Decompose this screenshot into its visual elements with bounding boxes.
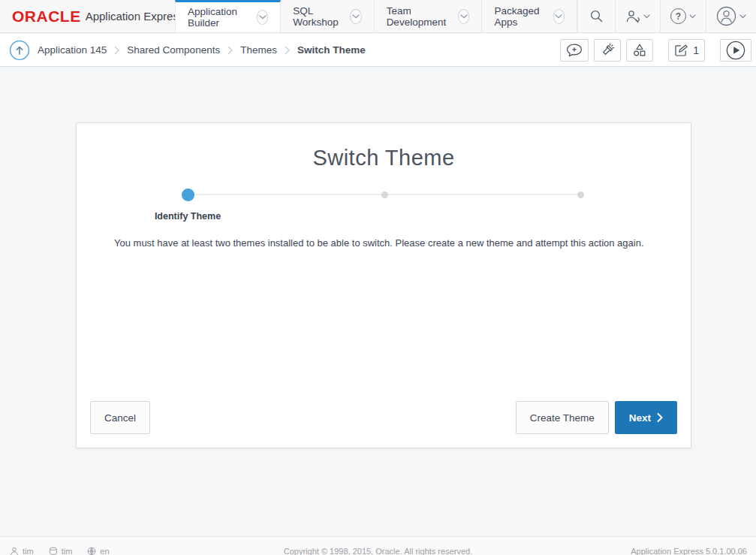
breadcrumb-separator-icon xyxy=(114,46,119,55)
administration-user-wrench-icon xyxy=(625,10,640,23)
edit-page-button[interactable]: 1 xyxy=(668,39,705,62)
run-application-button[interactable] xyxy=(720,39,751,62)
breadcrumb: Application 145 Shared Components Themes… xyxy=(38,44,366,56)
footer-language-code: en xyxy=(100,547,109,555)
edit-pencil-icon xyxy=(674,44,688,57)
shapes-icon xyxy=(632,43,647,57)
wizard-current-step-label: Identify Theme xyxy=(113,211,263,222)
apex-application: ORACLE Application Express Application B… xyxy=(0,0,756,555)
administration-menu-button[interactable] xyxy=(615,0,660,32)
cancel-button[interactable]: Cancel xyxy=(90,401,150,434)
main-tabs: Application Builder SQL Workshop Team De… xyxy=(175,0,577,32)
feedback-button[interactable] xyxy=(560,39,589,62)
footer-workspace: tim xyxy=(49,547,73,555)
wizard-message: You must have at least two themes instal… xyxy=(114,237,661,249)
breadcrumb-shared-components[interactable]: Shared Components xyxy=(127,44,220,56)
breadcrumb-bar: Application 145 Shared Components Themes… xyxy=(0,34,756,67)
account-icon xyxy=(716,6,736,26)
switch-theme-wizard-card: Switch Theme Identify Theme You must hav… xyxy=(76,122,691,448)
chevron-down-icon xyxy=(739,14,746,19)
help-glyph: ? xyxy=(676,11,681,22)
tab-label: SQL Workshop xyxy=(293,5,343,28)
comment-plus-icon xyxy=(566,44,583,57)
tab-label: Packaged Apps xyxy=(494,5,546,28)
up-level-button[interactable] xyxy=(9,40,30,61)
chevron-down-icon xyxy=(643,14,650,19)
footer-language: en xyxy=(87,547,109,555)
footer-user-name: tim xyxy=(23,547,34,555)
search-icon xyxy=(589,9,604,23)
database-icon xyxy=(49,547,58,555)
tab-application-builder[interactable]: Application Builder xyxy=(175,0,281,32)
tab-sql-workshop[interactable]: SQL Workshop xyxy=(281,0,374,32)
create-theme-button[interactable]: Create Theme xyxy=(516,401,609,434)
page-title: Switch Theme xyxy=(77,146,691,170)
product-name: Application Express xyxy=(86,10,185,23)
wizard-step-1-current-dot xyxy=(182,189,194,201)
tab-packaged-apps[interactable]: Packaged Apps xyxy=(482,0,577,32)
help-menu-button[interactable]: ? xyxy=(660,0,706,32)
chevron-down-icon xyxy=(350,9,361,24)
page-toolbar: 1 xyxy=(555,39,751,62)
next-button-label: Next xyxy=(629,412,651,424)
globe-icon xyxy=(87,547,96,555)
footer-user: tim xyxy=(10,547,34,555)
next-button[interactable]: Next xyxy=(615,401,677,434)
wizard-step-2-dot xyxy=(381,192,388,198)
theme-roller-button[interactable] xyxy=(594,39,621,62)
edit-page-number: 1 xyxy=(693,44,699,56)
tab-label: Team Development xyxy=(387,5,451,28)
account-menu-button[interactable] xyxy=(706,0,756,32)
wizard-actions: Create Theme Next xyxy=(516,401,677,434)
breadcrumb-application[interactable]: Application 145 xyxy=(38,44,107,56)
breadcrumb-switch-theme: Switch Theme xyxy=(297,44,366,56)
footer-version: Application Express 5.0.1.00.06 xyxy=(631,547,756,555)
breadcrumb-themes[interactable]: Themes xyxy=(240,44,277,56)
breadcrumb-separator-icon xyxy=(285,46,290,55)
shared-components-button[interactable] xyxy=(626,39,653,62)
breadcrumb-separator-icon xyxy=(227,46,233,55)
oracle-wordmark: ORACLE xyxy=(12,8,81,26)
flashlight-icon xyxy=(600,43,615,58)
navbar-utility-icons: ? xyxy=(577,0,756,32)
help-icon: ? xyxy=(670,8,686,24)
page-footer: tim tim en Copyright © 1998, 2015, Oracl… xyxy=(0,536,756,555)
tab-label: Application Builder xyxy=(188,6,250,29)
chevron-down-icon xyxy=(257,10,268,25)
wizard-progress: Identify Theme xyxy=(77,189,691,234)
user-icon xyxy=(10,547,19,555)
top-navbar: ORACLE Application Express Application B… xyxy=(0,0,756,33)
search-button[interactable] xyxy=(577,0,615,32)
oracle-logo: ORACLE Application Express xyxy=(0,0,175,32)
footer-workspace-name: tim xyxy=(62,547,73,555)
arrow-up-circle-icon xyxy=(9,40,30,61)
run-play-icon xyxy=(726,41,745,60)
tab-team-development[interactable]: Team Development xyxy=(375,0,483,32)
chevron-down-icon xyxy=(689,14,696,19)
chevron-down-icon xyxy=(458,9,469,24)
footer-session-info: tim tim en xyxy=(0,547,110,555)
chevron-right-icon xyxy=(657,413,663,422)
chevron-down-icon xyxy=(553,9,565,24)
wizard-step-3-dot xyxy=(577,192,584,198)
